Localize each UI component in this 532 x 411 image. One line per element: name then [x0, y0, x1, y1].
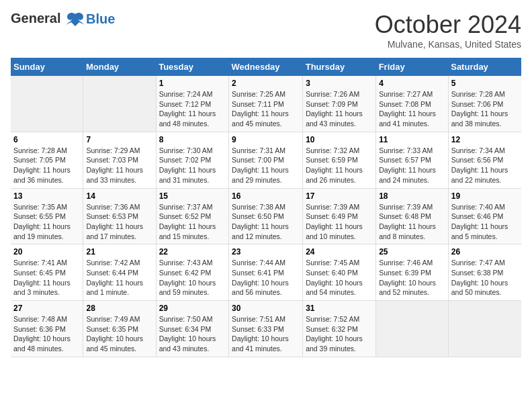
page-header: General Blue October 2024 Mulvane, Kansa… — [11, 11, 521, 50]
calendar-cell: 22Sunrise: 7:43 AM Sunset: 6:42 PM Dayli… — [156, 244, 228, 301]
calendar-cell: 23Sunrise: 7:44 AM Sunset: 6:41 PM Dayli… — [229, 244, 303, 301]
day-number: 4 — [379, 79, 445, 88]
day-info: Sunrise: 7:48 AM Sunset: 6:36 PM Dayligh… — [13, 314, 80, 354]
calendar-cell: 27Sunrise: 7:48 AM Sunset: 6:36 PM Dayli… — [11, 301, 83, 357]
day-number: 31 — [306, 304, 373, 313]
day-number: 28 — [86, 304, 152, 313]
calendar-cell: 24Sunrise: 7:45 AM Sunset: 6:40 PM Dayli… — [303, 244, 376, 301]
day-info: Sunrise: 7:36 AM Sunset: 6:53 PM Dayligh… — [86, 202, 152, 242]
day-number: 3 — [306, 79, 373, 88]
week-row-1: 1Sunrise: 7:24 AM Sunset: 7:12 PM Daylig… — [11, 76, 521, 132]
day-number: 8 — [159, 135, 226, 144]
day-info: Sunrise: 7:42 AM Sunset: 6:44 PM Dayligh… — [86, 258, 152, 298]
calendar-cell: 18Sunrise: 7:39 AM Sunset: 6:48 PM Dayli… — [376, 188, 449, 244]
weekday-header-monday: Monday — [83, 58, 156, 76]
day-number: 24 — [306, 247, 373, 257]
day-number: 16 — [232, 191, 300, 201]
day-number: 7 — [86, 135, 152, 144]
logo-general: General — [11, 11, 60, 26]
day-number: 27 — [13, 304, 80, 313]
calendar-cell: 30Sunrise: 7:51 AM Sunset: 6:33 PM Dayli… — [229, 301, 303, 357]
day-info: Sunrise: 7:47 AM Sunset: 6:38 PM Dayligh… — [451, 258, 519, 298]
logo-blue: Blue — [86, 11, 115, 26]
day-number: 26 — [451, 247, 519, 257]
day-info: Sunrise: 7:41 AM Sunset: 6:45 PM Dayligh… — [13, 258, 80, 298]
calendar-table: SundayMondayTuesdayWednesdayThursdayFrid… — [11, 58, 521, 357]
day-number: 22 — [159, 247, 226, 257]
day-number: 1 — [159, 79, 226, 88]
day-number: 5 — [451, 79, 519, 88]
calendar-cell: 3Sunrise: 7:26 AM Sunset: 7:09 PM Daylig… — [303, 76, 376, 132]
calendar-cell: 19Sunrise: 7:40 AM Sunset: 6:46 PM Dayli… — [448, 188, 521, 244]
day-number: 15 — [159, 191, 226, 201]
day-number: 30 — [232, 304, 300, 313]
calendar-cell: 17Sunrise: 7:39 AM Sunset: 6:49 PM Dayli… — [303, 188, 376, 244]
calendar-cell: 21Sunrise: 7:42 AM Sunset: 6:44 PM Dayli… — [83, 244, 156, 301]
day-info: Sunrise: 7:35 AM Sunset: 6:55 PM Dayligh… — [13, 202, 80, 242]
calendar-cell: 16Sunrise: 7:38 AM Sunset: 6:50 PM Dayli… — [229, 188, 303, 244]
calendar-cell — [11, 76, 83, 132]
calendar-cell: 1Sunrise: 7:24 AM Sunset: 7:12 PM Daylig… — [156, 76, 228, 132]
location: Mulvane, Kansas, United States — [375, 39, 521, 50]
day-info: Sunrise: 7:46 AM Sunset: 6:39 PM Dayligh… — [379, 258, 445, 298]
weekday-header-tuesday: Tuesday — [156, 58, 228, 76]
day-info: Sunrise: 7:39 AM Sunset: 6:49 PM Dayligh… — [306, 202, 373, 242]
day-info: Sunrise: 7:29 AM Sunset: 7:03 PM Dayligh… — [86, 146, 152, 185]
calendar-cell: 29Sunrise: 7:50 AM Sunset: 6:34 PM Dayli… — [156, 301, 228, 357]
day-info: Sunrise: 7:27 AM Sunset: 7:08 PM Dayligh… — [379, 89, 445, 129]
calendar-cell: 28Sunrise: 7:49 AM Sunset: 6:35 PM Dayli… — [83, 301, 156, 357]
weekday-header-saturday: Saturday — [448, 58, 521, 76]
day-number: 19 — [451, 191, 519, 201]
weekday-header-sunday: Sunday — [11, 58, 83, 76]
day-number: 21 — [86, 247, 152, 257]
day-info: Sunrise: 7:51 AM Sunset: 6:33 PM Dayligh… — [232, 314, 300, 354]
day-info: Sunrise: 7:37 AM Sunset: 6:52 PM Dayligh… — [159, 202, 226, 242]
calendar-cell: 12Sunrise: 7:34 AM Sunset: 6:56 PM Dayli… — [448, 132, 521, 188]
day-info: Sunrise: 7:28 AM Sunset: 7:06 PM Dayligh… — [451, 89, 519, 129]
calendar-cell: 20Sunrise: 7:41 AM Sunset: 6:45 PM Dayli… — [11, 244, 83, 301]
calendar-cell: 6Sunrise: 7:28 AM Sunset: 7:05 PM Daylig… — [11, 132, 83, 188]
calendar-cell: 11Sunrise: 7:33 AM Sunset: 6:57 PM Dayli… — [376, 132, 449, 188]
day-number: 6 — [13, 135, 80, 144]
calendar-cell: 13Sunrise: 7:35 AM Sunset: 6:55 PM Dayli… — [11, 188, 83, 244]
day-info: Sunrise: 7:31 AM Sunset: 7:00 PM Dayligh… — [232, 146, 300, 185]
day-info: Sunrise: 7:28 AM Sunset: 7:05 PM Dayligh… — [13, 146, 80, 185]
day-info: Sunrise: 7:40 AM Sunset: 6:46 PM Dayligh… — [451, 202, 519, 242]
day-number: 14 — [86, 191, 152, 201]
day-info: Sunrise: 7:43 AM Sunset: 6:42 PM Dayligh… — [159, 258, 226, 298]
day-number: 11 — [379, 135, 445, 144]
calendar-cell: 2Sunrise: 7:25 AM Sunset: 7:11 PM Daylig… — [229, 76, 303, 132]
day-info: Sunrise: 7:52 AM Sunset: 6:32 PM Dayligh… — [306, 314, 373, 354]
week-row-2: 6Sunrise: 7:28 AM Sunset: 7:05 PM Daylig… — [11, 132, 521, 188]
weekday-header-thursday: Thursday — [303, 58, 376, 76]
calendar-cell: 7Sunrise: 7:29 AM Sunset: 7:03 PM Daylig… — [83, 132, 156, 188]
calendar-cell: 5Sunrise: 7:28 AM Sunset: 7:06 PM Daylig… — [448, 76, 521, 132]
weekday-header-wednesday: Wednesday — [229, 58, 303, 76]
calendar-cell: 10Sunrise: 7:32 AM Sunset: 6:59 PM Dayli… — [303, 132, 376, 188]
day-info: Sunrise: 7:32 AM Sunset: 6:59 PM Dayligh… — [306, 146, 373, 185]
calendar-cell: 14Sunrise: 7:36 AM Sunset: 6:53 PM Dayli… — [83, 188, 156, 244]
calendar-cell: 26Sunrise: 7:47 AM Sunset: 6:38 PM Dayli… — [448, 244, 521, 301]
day-info: Sunrise: 7:30 AM Sunset: 7:02 PM Dayligh… — [159, 146, 226, 185]
title-block: October 2024 Mulvane, Kansas, United Sta… — [375, 11, 521, 50]
day-number: 23 — [232, 247, 300, 257]
logo-bird-icon — [66, 11, 85, 28]
calendar-cell — [83, 76, 156, 132]
calendar-cell: 31Sunrise: 7:52 AM Sunset: 6:32 PM Dayli… — [303, 301, 376, 357]
calendar-cell: 15Sunrise: 7:37 AM Sunset: 6:52 PM Dayli… — [156, 188, 228, 244]
day-number: 13 — [13, 191, 80, 201]
logo: General Blue — [11, 11, 115, 28]
day-info: Sunrise: 7:50 AM Sunset: 6:34 PM Dayligh… — [159, 314, 226, 354]
day-info: Sunrise: 7:44 AM Sunset: 6:41 PM Dayligh… — [232, 258, 300, 298]
calendar-cell: 4Sunrise: 7:27 AM Sunset: 7:08 PM Daylig… — [376, 76, 449, 132]
calendar-body: 1Sunrise: 7:24 AM Sunset: 7:12 PM Daylig… — [11, 76, 521, 357]
day-number: 9 — [232, 135, 300, 144]
day-info: Sunrise: 7:49 AM Sunset: 6:35 PM Dayligh… — [86, 314, 152, 354]
week-row-3: 13Sunrise: 7:35 AM Sunset: 6:55 PM Dayli… — [11, 188, 521, 244]
day-info: Sunrise: 7:38 AM Sunset: 6:50 PM Dayligh… — [232, 202, 300, 242]
calendar-cell: 25Sunrise: 7:46 AM Sunset: 6:39 PM Dayli… — [376, 244, 449, 301]
week-row-5: 27Sunrise: 7:48 AM Sunset: 6:36 PM Dayli… — [11, 301, 521, 357]
day-number: 25 — [379, 247, 445, 257]
day-number: 17 — [306, 191, 373, 201]
day-number: 12 — [451, 135, 519, 144]
